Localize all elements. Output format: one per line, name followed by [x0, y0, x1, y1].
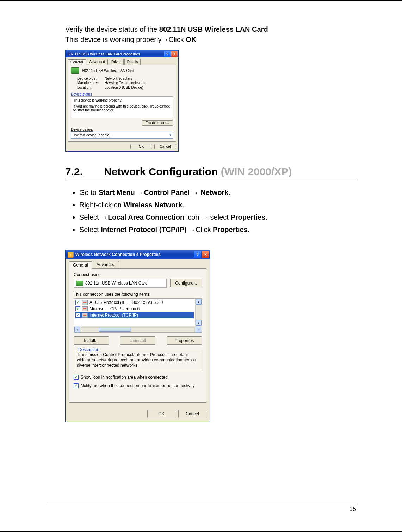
network-card-icon: [71, 67, 79, 74]
section-number: 7.2.: [65, 166, 104, 178]
uninstall-button: Uninstall: [120, 336, 155, 345]
device-status-box: This device is working properly. If you …: [71, 96, 173, 118]
tab-details[interactable]: Details: [124, 59, 141, 65]
section-title: Network Configuration: [104, 166, 221, 177]
dialog2-titlebar: ↑ Wireless Network Connection 4 Properti…: [66, 250, 210, 259]
scroll-right-icon[interactable]: ▸: [196, 327, 201, 332]
close-button[interactable]: X: [202, 251, 209, 258]
status-line-1: This device is working properly.: [73, 98, 171, 102]
list-item[interactable]: ✓ Microsoft TCP/IP version 6: [75, 306, 194, 312]
upload-icon: ↑: [68, 252, 74, 258]
scroll-up-icon[interactable]: ▴: [196, 299, 202, 305]
bullet-4: Select Internet Protocol (TCP/IP) →Click…: [79, 226, 356, 234]
troubleshoot-button[interactable]: Troubleshoot...: [142, 120, 173, 126]
dialog1-tabpanel: 802.11n USB Wireless LAN Card Device typ…: [68, 65, 176, 142]
device-type-label: Device type:: [77, 77, 105, 80]
intro-text: Verify the device status of the: [65, 25, 159, 33]
scroll-thumb[interactable]: [99, 328, 131, 332]
vertical-scrollbar[interactable]: ▴ ▾: [195, 299, 202, 326]
checkbox-icon[interactable]: ✓: [75, 306, 80, 311]
scroll-left-icon[interactable]: ◂: [74, 327, 80, 332]
protocol-listbox[interactable]: ✓ AEGIS Protocol (IEEE 802.1x) v3.5.3.0 …: [74, 298, 202, 326]
arrow-icon: →: [137, 189, 144, 196]
dialog1-tabs: General Advanced Driver Details: [68, 59, 176, 65]
tab-driver[interactable]: Driver: [109, 59, 124, 65]
cancel-button-2[interactable]: Cancel: [178, 410, 206, 418]
checkbox-icon[interactable]: ✓: [75, 300, 80, 305]
connect-using-label: Connect using:: [74, 272, 202, 277]
protocol-icon: [82, 313, 88, 318]
manufacturer-value: Hawking Technologies, Inc: [105, 81, 146, 85]
show-icon-row[interactable]: ✓ Show icon in notification area when co…: [74, 375, 202, 380]
description-fieldset: Description Transmission Control Protoco…: [74, 350, 202, 371]
help-button[interactable]: ?: [194, 251, 201, 258]
help-button[interactable]: ?: [164, 51, 171, 57]
page-footer: 15: [46, 504, 356, 513]
adapter-name: 802.11n USB Wireless LAN Card: [85, 281, 148, 286]
tab-advanced-2[interactable]: Advanced: [93, 261, 119, 268]
properties-button[interactable]: Properties: [167, 336, 202, 345]
intro-text-2b: Click: [168, 36, 186, 43]
intro-text-2a: This device is working properly: [65, 36, 161, 43]
arrow-icon: →: [201, 213, 208, 221]
scroll-down-icon[interactable]: ▾: [196, 320, 202, 326]
checkbox-icon[interactable]: ✓: [75, 313, 80, 318]
horizontal-scrollbar[interactable]: ◂ ▸: [74, 326, 202, 333]
install-button[interactable]: Install...: [74, 336, 109, 345]
list-item-selected[interactable]: ✓ Internet Protocol (TCP/IP): [75, 312, 194, 318]
dialog1-title: 802.11n USB Wireless LAN Card Properties: [68, 52, 140, 56]
checkbox-icon[interactable]: ✓: [74, 383, 79, 388]
checkbox-icon[interactable]: ✓: [74, 375, 79, 380]
section-heading: 7.2.Network Configuration (WIN 2000/XP): [65, 166, 356, 180]
tab-general[interactable]: General: [68, 59, 86, 65]
device-name: 802.11n USB Wireless LAN Card: [82, 69, 134, 73]
chevron-down-icon: ▾: [169, 133, 171, 137]
description-text: Transmission Control Protocol/Internet P…: [77, 352, 199, 368]
arrow-icon: →: [161, 36, 168, 43]
instruction-list: Go to Start Menu →Control Panel → Networ…: [65, 189, 356, 234]
tab-advanced[interactable]: Advanced: [87, 59, 108, 65]
dialog2-title: Wireless Network Connection 4 Properties: [75, 252, 161, 257]
configure-button[interactable]: Configure...: [170, 279, 202, 287]
intro-bold: 802.11N USB Wireless LAN Card: [159, 25, 268, 33]
device-properties-dialog: 802.11n USB Wireless LAN Card Properties…: [65, 50, 179, 152]
ok-button[interactable]: OK: [130, 144, 152, 149]
close-button[interactable]: X: [171, 51, 178, 57]
tab-general-2[interactable]: General: [69, 261, 92, 269]
device-usage-value: Use this device (enable): [73, 133, 110, 137]
items-label: This connection uses the following items…: [74, 292, 202, 297]
manufacturer-label: Manufacturer:: [77, 81, 105, 85]
network-card-icon: [76, 281, 83, 286]
item-label: Microsoft TCP/IP version 6: [89, 306, 140, 311]
bullet-2: Right-click on Wireless Network.: [79, 201, 356, 209]
device-usage-combo[interactable]: Use this device (enable) ▾: [71, 132, 173, 139]
bullet-3: Select →Local Area Connection icon → sel…: [79, 213, 356, 221]
dialog1-titlebar: 802.11n USB Wireless LAN Card Properties…: [66, 50, 178, 57]
bullet-1: Go to Start Menu →Control Panel → Networ…: [79, 189, 356, 197]
section-subtitle: (WIN 2000/XP): [221, 166, 292, 177]
cancel-button[interactable]: Cancel: [154, 144, 176, 149]
item-label: AEGIS Protocol (IEEE 802.1x) v3.5.3.0: [89, 300, 163, 305]
protocol-icon: [82, 306, 88, 311]
notify-label: Notify me when this connection has limit…: [81, 383, 195, 388]
device-status-label: Device status: [71, 92, 173, 96]
description-label: Description: [77, 347, 101, 352]
intro-line-2: This device is working properly→Click OK: [65, 36, 356, 44]
notify-row[interactable]: ✓ Notify me when this connection has lim…: [74, 383, 202, 388]
intro-ok: OK: [186, 36, 196, 43]
dialog2-tabs: General Advanced: [69, 261, 206, 268]
arrow-icon: →: [192, 189, 199, 196]
status-line-2: If you are having problems with this dev…: [73, 104, 171, 112]
protocol-icon: [82, 300, 88, 305]
location-label: Location:: [77, 86, 105, 90]
list-item[interactable]: ✓ AEGIS Protocol (IEEE 802.1x) v3.5.3.0: [75, 299, 194, 306]
device-usage-label: Device usage:: [71, 128, 173, 132]
adapter-box: 802.11n USB Wireless LAN Card: [74, 279, 167, 288]
arrow-icon: →: [101, 213, 108, 221]
ok-button-2[interactable]: OK: [147, 410, 175, 418]
show-icon-label: Show icon in notification area when conn…: [81, 375, 168, 380]
connection-properties-dialog: ↑ Wireless Network Connection 4 Properti…: [65, 250, 210, 422]
item-label: Internet Protocol (TCP/IP): [89, 313, 138, 318]
dialog2-tabpanel: Connect using: 802.11n USB Wireless LAN …: [69, 268, 206, 403]
location-value: Location 0 (USB Device): [105, 86, 143, 90]
